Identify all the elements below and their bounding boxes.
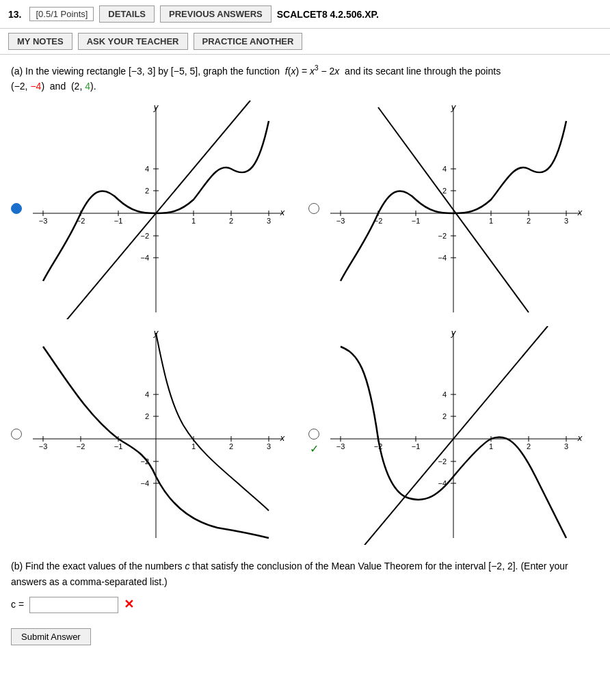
svg-text:2: 2: [229, 442, 233, 450]
graphs-grid: y x 4 2 −2 −4: [11, 100, 599, 545]
radio-1-wrapper: [11, 100, 22, 214]
svg-text:4: 4: [442, 390, 447, 399]
svg-text:1: 1: [191, 217, 196, 225]
submit-button[interactable]: Submit Answer: [11, 628, 91, 645]
part-b-text: (b) Find the exact values of the numbers…: [11, 558, 599, 589]
svg-text:−2: −2: [438, 457, 447, 466]
svg-text:−4: −4: [140, 479, 149, 487]
graph-1-svg-wrapper: y x 4 2 −2 −4: [26, 100, 302, 319]
c-label: c =: [11, 597, 24, 612]
radio-4-wrapper: ✓: [308, 326, 319, 455]
question-number: 13.: [8, 9, 21, 20]
part-b: (b) Find the exact values of the numbers…: [11, 558, 599, 615]
svg-text:3: 3: [564, 217, 568, 225]
svg-text:−4: −4: [140, 254, 149, 262]
radio-1[interactable]: [11, 203, 22, 214]
svg-text:2: 2: [229, 217, 233, 225]
svg-text:2: 2: [527, 217, 531, 225]
svg-text:−2: −2: [77, 442, 85, 450]
svg-text:4: 4: [442, 165, 447, 173]
svg-text:2: 2: [145, 187, 149, 195]
graph-3-svg-wrapper: y x 4 2 −2 −4 −3 −2 −: [26, 326, 302, 545]
svg-text:−3: −3: [336, 217, 345, 225]
source-label: SCALCET8 4.2.506.XP.: [277, 9, 379, 20]
svg-text:x: x: [280, 207, 285, 217]
svg-text:1: 1: [489, 442, 493, 450]
radio-3[interactable]: [11, 429, 22, 440]
svg-text:−3: −3: [336, 442, 345, 450]
svg-text:2: 2: [442, 412, 447, 420]
svg-text:3: 3: [267, 217, 271, 225]
answer-row: c = ✕: [11, 595, 599, 615]
details-button[interactable]: DETAILS: [99, 5, 155, 23]
wrong-icon: ✕: [124, 595, 134, 615]
practice-another-button[interactable]: PRACTICE ANOTHER: [194, 33, 303, 50]
svg-text:−1: −1: [412, 217, 421, 225]
graph-3-container: y x 4 2 −2 −4 −3 −2 −: [11, 326, 302, 545]
my-notes-button[interactable]: MY NOTES: [8, 33, 72, 50]
graph-4: y x 4 2 −2 −4 −3 −2 −: [323, 326, 583, 545]
radio-2[interactable]: [308, 203, 319, 214]
svg-text:−2: −2: [140, 232, 149, 240]
radio-4[interactable]: [308, 429, 319, 440]
graph-2: y x 4 2 −2 −4 −3 −2 −: [323, 100, 583, 319]
svg-text:3: 3: [267, 442, 271, 450]
svg-text:3: 3: [564, 442, 568, 450]
svg-text:x: x: [280, 433, 285, 443]
svg-text:−1: −1: [114, 442, 123, 450]
c-input[interactable]: [29, 597, 118, 613]
points-badge: [0.5/1 Points]: [29, 7, 94, 21]
svg-text:−2: −2: [438, 232, 447, 240]
ask-teacher-button[interactable]: ASK YOUR TEACHER: [78, 33, 188, 50]
svg-text:1: 1: [191, 442, 196, 450]
graph-4-svg-wrapper: y x 4 2 −2 −4 −3 −2 −: [323, 326, 599, 545]
svg-text:x: x: [577, 207, 583, 217]
submit-row: Submit Answer: [11, 628, 599, 645]
svg-text:−3: −3: [39, 217, 48, 225]
previous-answers-button[interactable]: PREVIOUS ANSWERS: [160, 5, 271, 23]
graph-3: y x 4 2 −2 −4 −3 −2 −: [26, 326, 286, 545]
svg-text:4: 4: [145, 390, 149, 399]
graph-2-container: y x 4 2 −2 −4 −3 −2 −: [308, 100, 599, 319]
radio-2-wrapper: [308, 100, 319, 214]
svg-text:4: 4: [145, 165, 149, 173]
svg-text:1: 1: [489, 217, 493, 225]
svg-text:x: x: [577, 433, 583, 443]
graph-1: y x 4 2 −2 −4: [26, 100, 286, 319]
part-a-text: (a) In the viewing rectangle [−3, 3] by …: [11, 63, 599, 94]
svg-text:−3: −3: [39, 442, 48, 450]
second-bar: MY NOTES ASK YOUR TEACHER PRACTICE ANOTH…: [0, 29, 610, 55]
graph-2-svg-wrapper: y x 4 2 −2 −4 −3 −2 −: [323, 100, 599, 319]
svg-text:2: 2: [145, 412, 149, 420]
svg-text:2: 2: [442, 187, 447, 195]
svg-text:−4: −4: [438, 254, 447, 262]
radio-3-wrapper: [11, 326, 22, 440]
svg-text:2: 2: [527, 442, 531, 450]
graph-4-container: ✓ y x 4 2 −2 −4 −3: [308, 326, 599, 545]
svg-text:−1: −1: [114, 217, 123, 225]
content-area: (a) In the viewing rectangle [−3, 3] by …: [0, 55, 610, 654]
green-checkmark: ✓: [310, 442, 319, 455]
svg-text:−1: −1: [412, 442, 421, 450]
top-bar: 13. [0.5/1 Points] DETAILS PREVIOUS ANSW…: [0, 0, 610, 29]
graph-1-container: y x 4 2 −2 −4: [11, 100, 302, 319]
